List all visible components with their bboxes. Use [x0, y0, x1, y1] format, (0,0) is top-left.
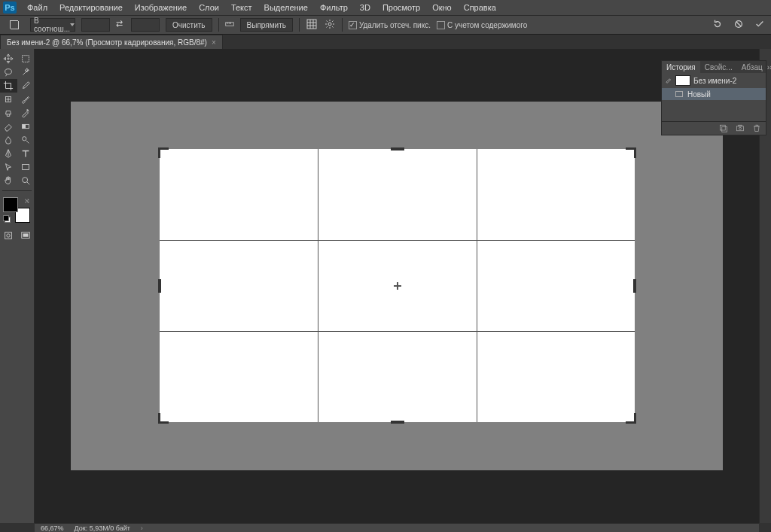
lasso-tool[interactable]	[0, 65, 17, 79]
commit-crop-icon[interactable]	[754, 19, 765, 31]
options-bar: В соотнош... Очистить Выпрямить Удалить …	[0, 15, 771, 34]
marquee-tool[interactable]	[17, 52, 35, 65]
history-document-name: Без имени-2	[693, 77, 736, 85]
crop-handle-bottom[interactable]	[391, 421, 404, 424]
divider	[342, 18, 343, 32]
crop-width-input[interactable]	[81, 18, 110, 32]
checkbox-checked-icon	[349, 21, 357, 29]
tab-history[interactable]: История	[662, 61, 700, 73]
default-colors-icon[interactable]	[3, 215, 11, 223]
dodge-tool[interactable]	[17, 133, 35, 147]
ratio-preset-dropdown[interactable]: В соотнош...	[30, 18, 75, 32]
document-thumbnail	[675, 75, 690, 86]
screen-mode[interactable]	[17, 229, 35, 242]
svg-point-18	[22, 137, 26, 141]
delete-cropped-checkbox[interactable]: Удалить отсеч. пикс.	[349, 21, 431, 29]
ruler-icon	[225, 20, 234, 30]
history-document-row[interactable]: Без имени-2	[662, 73, 766, 88]
foreground-color-swatch[interactable]	[3, 197, 18, 212]
healing-brush-tool[interactable]	[0, 93, 17, 106]
swap-colors-icon[interactable]: ⤭	[24, 197, 30, 205]
document-info[interactable]: Док: 5,93M/0 байт	[75, 524, 130, 532]
menu-help[interactable]: Справка	[458, 3, 502, 12]
app-logo: Ps	[3, 2, 17, 14]
svg-rect-24	[23, 233, 28, 236]
reset-crop-icon[interactable]	[712, 19, 723, 31]
snapshot-icon[interactable]	[736, 122, 745, 135]
divider	[218, 18, 219, 32]
svg-point-9	[328, 23, 331, 26]
eyedropper-tool[interactable]	[17, 79, 35, 93]
ratio-preset-label: В соотнош...	[34, 17, 70, 33]
document-tab[interactable]: Без имени-2 @ 66,7% (Просмотр кадрирован…	[0, 35, 223, 49]
crop-handle-right[interactable]	[633, 279, 636, 293]
crop-tool-icon	[9, 20, 20, 30]
magic-wand-tool[interactable]	[17, 65, 35, 79]
quick-mask-mode[interactable]	[0, 229, 17, 242]
svg-rect-19	[22, 165, 29, 170]
menu-file[interactable]: Файл	[21, 3, 53, 12]
svg-rect-4	[307, 20, 316, 29]
menu-layers[interactable]: Слои	[193, 3, 225, 12]
crop-handle-top[interactable]	[391, 147, 404, 150]
move-tool[interactable]	[0, 52, 17, 65]
svg-rect-0	[225, 23, 233, 26]
menu-edit[interactable]: Редактирование	[53, 3, 129, 12]
menu-image[interactable]: Изображение	[129, 3, 193, 12]
crop-handle-tr[interactable]	[626, 147, 636, 158]
crop-handle-bl[interactable]	[158, 413, 169, 424]
color-swatches[interactable]: ⤭	[3, 197, 30, 223]
create-document-from-state-icon[interactable]	[719, 122, 728, 135]
gear-icon[interactable]	[324, 18, 336, 32]
crop-height-input[interactable]	[131, 18, 160, 32]
type-tool[interactable]	[17, 147, 35, 160]
svg-point-22	[7, 234, 10, 237]
svg-rect-27	[737, 126, 744, 130]
delete-cropped-label: Удалить отсеч. пикс.	[359, 21, 431, 29]
zoom-tool[interactable]	[17, 174, 35, 187]
pen-tool[interactable]	[0, 147, 17, 160]
history-brush-tool[interactable]	[17, 106, 35, 120]
svg-rect-17	[22, 124, 25, 128]
crop-handle-br[interactable]	[626, 413, 636, 424]
menu-text[interactable]: Текст	[225, 3, 258, 12]
crop-handle-tl[interactable]	[158, 147, 169, 158]
blur-tool[interactable]	[0, 133, 17, 147]
menu-bar: Ps Файл Редактирование Изображение Слои …	[0, 0, 771, 15]
brush-tool[interactable]	[17, 93, 35, 106]
crop-marquee[interactable]	[160, 149, 635, 422]
collapse-panel-icon[interactable]: ››	[767, 63, 771, 71]
svg-point-28	[739, 127, 742, 129]
status-bar: 66,67% Док: 5,93M/0 байт ›	[35, 523, 759, 532]
shape-tool[interactable]	[17, 160, 35, 174]
panel-footer	[662, 121, 766, 135]
chevron-right-icon[interactable]: ›	[141, 524, 143, 532]
crop-grid-line	[477, 149, 477, 422]
menu-select[interactable]: Выделение	[258, 3, 314, 12]
menu-filter[interactable]: Фильтр	[314, 3, 354, 12]
tab-paragraph[interactable]: Абзац	[737, 61, 767, 73]
path-selection-tool[interactable]	[0, 160, 17, 174]
svg-point-13	[5, 69, 12, 74]
clone-stamp-tool[interactable]	[0, 106, 17, 120]
crop-handle-left[interactable]	[158, 279, 161, 293]
tab-properties[interactable]: Свойс...	[700, 61, 737, 73]
cancel-crop-icon[interactable]	[733, 19, 744, 31]
eraser-tool[interactable]	[0, 120, 17, 133]
menu-view[interactable]: Просмотр	[376, 3, 426, 12]
crop-center-icon	[394, 282, 401, 290]
overlay-grid-icon[interactable]	[306, 18, 318, 32]
close-icon[interactable]: ×	[212, 38, 216, 47]
clear-button[interactable]: Очистить	[166, 18, 212, 32]
zoom-level[interactable]: 66,67%	[41, 524, 64, 532]
hand-tool[interactable]	[0, 174, 17, 187]
menu-3d[interactable]: 3D	[354, 3, 376, 12]
trash-icon[interactable]	[752, 122, 761, 135]
content-aware-checkbox[interactable]: С учетом содержимого	[437, 21, 527, 29]
swap-dimensions-icon[interactable]	[116, 20, 125, 29]
crop-tool[interactable]	[0, 79, 17, 93]
straighten-button[interactable]: Выпрямить	[240, 18, 293, 32]
history-step[interactable]: Новый	[662, 88, 766, 100]
menu-window[interactable]: Окно	[426, 3, 458, 12]
gradient-tool[interactable]	[17, 120, 35, 133]
